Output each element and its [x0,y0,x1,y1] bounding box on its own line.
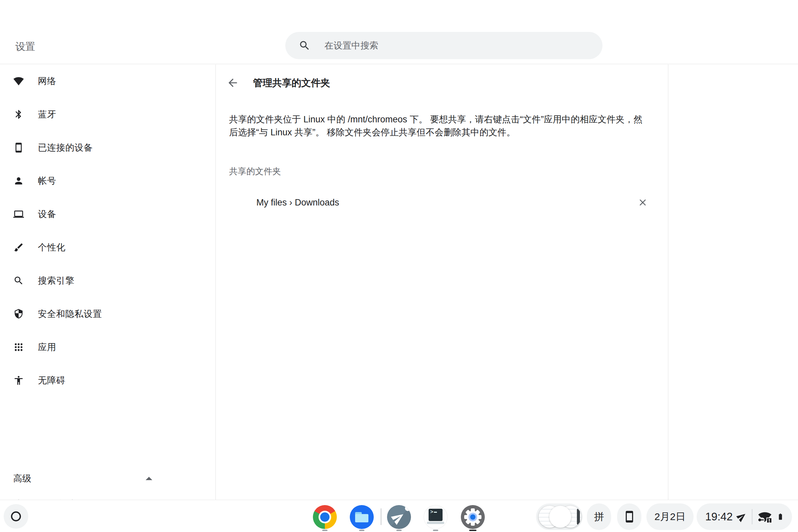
notification-thumbnail [549,506,571,528]
sidebar-item-label: 蓝牙 [38,108,56,120]
sidebar-item-connected-devices[interactable]: 已连接的设备 [0,131,215,164]
sidebar-item-label: 个性化 [38,241,65,253]
shelf-app-telegram[interactable] [387,505,411,529]
phone-icon [623,510,636,523]
sidebar-item-bluetooth[interactable]: 蓝牙 [0,98,215,131]
wifi-vpn-warning-icon [757,509,773,524]
notification-dot [405,506,411,511]
shelf: > 拼 2月2日 [0,500,798,532]
sidebar-item-label: 设备 [38,208,56,220]
ime-label: 拼 [594,510,604,524]
magnifier-icon [13,275,24,286]
sidebar-item-label: 安全和隐私设置 [38,308,102,320]
running-indicator-chrome [322,530,327,531]
sidebar-item-label: 无障碍 [38,374,65,386]
laptop-icon [13,209,24,220]
battery-icon [777,510,784,524]
brush-icon [13,242,24,253]
phone-hub-button[interactable] [617,504,641,530]
page-title: 管理共享的文件夹 [253,76,330,90]
manage-shared-folders-page: 管理共享的文件夹 共享的文件夹位于 Linux 中的 /mnt/chromeos… [216,64,668,500]
running-indicator-telegram [396,530,402,531]
sidebar-item-search-engine[interactable]: 搜索引擎 [0,264,215,297]
person-icon [13,175,24,186]
sidebar-item-label: 帐号 [38,175,56,187]
section-label-shared-folders: 共享的文件夹 [229,166,281,177]
launcher-icon [11,511,21,521]
shelf-app-chrome[interactable] [313,505,337,529]
advanced-label: 高级 [13,473,31,484]
shared-folder-path: My files › Downloads [256,197,339,208]
chevron-up-icon [146,477,152,480]
status-tray[interactable]: 19:42 [697,504,792,530]
settings-sidebar: 网络 蓝牙 已连接的设备 帐号 设备 个性化 搜索引擎 [0,64,216,500]
shared-folders-description: 共享的文件夹位于 Linux 中的 /mnt/chromeos 下。 要想共享，… [229,113,651,139]
chromeos-settings-screen: 设置 网络 蓝牙 已连接的设备 帐号 [0,0,798,532]
apps-grid-icon [13,342,24,353]
sidebar-item-label: 已连接的设备 [38,141,93,154]
terminal-icon: > [429,509,442,521]
running-indicator-files [359,530,364,531]
settings-toolbar: 设置 [0,0,798,64]
launcher-button[interactable] [4,504,28,529]
wifi-icon [13,76,24,87]
sidebar-item-apps[interactable]: 应用 [0,330,215,364]
date-tray[interactable]: 2月2日 [646,504,694,530]
notification-previews[interactable] [536,504,583,530]
sidebar-item-label: 搜索引擎 [38,274,75,287]
shelf-app-terminal[interactable]: > [424,505,448,529]
date-label: 2月2日 [654,510,685,524]
back-button[interactable] [225,75,241,91]
accessibility-icon [13,375,24,386]
search-input[interactable] [285,32,603,59]
sidebar-item-accounts[interactable]: 帐号 [0,164,215,197]
shelf-app-files[interactable] [350,505,374,529]
app-title: 设置 [15,40,35,54]
running-indicator-terminal [433,530,438,531]
sidebar-item-accessibility[interactable]: 无障碍 [0,364,215,397]
clock-time: 19:42 [705,510,733,523]
sidebar-item-label: 网络 [38,75,56,87]
shelf-app-settings[interactable] [461,505,485,529]
remove-shared-folder-button[interactable] [635,195,650,210]
sidebar-item-label: 应用 [38,341,56,353]
shield-icon [13,308,24,319]
running-indicator-settings [469,530,476,531]
sidebar-item-device[interactable]: 设备 [0,197,215,231]
close-icon [638,197,648,208]
tray-divider [752,509,753,524]
smartphone-icon [13,142,24,153]
shelf-separator [381,508,381,525]
settings-search[interactable] [285,32,603,59]
sidebar-item-network[interactable]: 网络 [0,64,215,98]
sidebar-item-personalization[interactable]: 个性化 [0,231,215,264]
send-notification-icon [735,509,749,524]
sidebar-item-security-privacy[interactable]: 安全和隐私设置 [0,297,215,330]
back-arrow-icon [226,76,239,89]
shared-folder-row: My files › Downloads [216,190,668,215]
ime-indicator[interactable]: 拼 [587,504,611,530]
bluetooth-icon [13,109,24,120]
